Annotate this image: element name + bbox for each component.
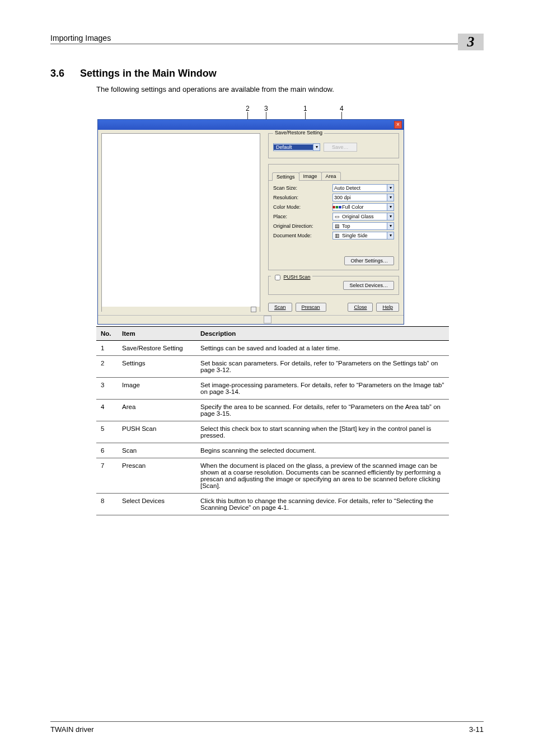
cell-no: 8 xyxy=(96,494,118,515)
page-icon: ▥ xyxy=(333,233,341,238)
doc-mode-label: Document Mode: xyxy=(273,233,332,238)
cell-item: Image xyxy=(118,378,196,400)
cell-item: Prescan xyxy=(118,458,196,494)
cell-item: PUSH Scan xyxy=(118,421,196,443)
place-combo[interactable]: ▭Original Glass▾ xyxy=(332,213,394,220)
chevron-down-icon: ▾ xyxy=(387,194,394,201)
chevron-down-icon: ▾ xyxy=(387,204,394,210)
place-label: Place: xyxy=(273,214,332,219)
settings-group: Settings Image Area Scan Size: Auto Dete… xyxy=(268,164,399,270)
cell-no: 5 xyxy=(96,421,118,443)
cell-item: Settings xyxy=(118,356,196,378)
preset-combo[interactable]: Default ▾ xyxy=(273,143,320,151)
save-restore-group: Save/Restore Setting Default ▾ Save… xyxy=(268,133,399,158)
cell-no: 2 xyxy=(96,356,118,378)
table-row: 1Save/Restore SettingSettings can be sav… xyxy=(96,341,449,356)
screenshot: 2 3 1 4 5 6 7 8 × Save/Restore Setting xyxy=(96,105,405,300)
orientation-icon: ▤ xyxy=(333,223,341,229)
chevron-down-icon: ▾ xyxy=(313,144,320,151)
col-item: Item xyxy=(118,327,196,341)
cell-item: Save/Restore Setting xyxy=(118,341,196,356)
doc-mode-combo[interactable]: ▥Single Side▾ xyxy=(332,232,394,240)
callout-1: 1 xyxy=(303,105,307,112)
table-row: 6ScanBegins scanning the selected docume… xyxy=(96,443,449,458)
cell-item: Area xyxy=(118,400,196,421)
tab-image[interactable]: Image xyxy=(299,172,322,180)
statusbar-icon xyxy=(251,307,256,312)
cell-no: 7 xyxy=(96,458,118,494)
statusbar-icon xyxy=(264,316,271,323)
col-no: No. xyxy=(96,327,118,341)
cell-desc: Click this button to change the scanning… xyxy=(196,494,449,515)
table-row: 7PrescanWhen the document is placed on t… xyxy=(96,458,449,494)
color-mode-label: Color Mode: xyxy=(273,204,332,210)
cell-desc: Select this check box to start scanning … xyxy=(196,421,449,443)
chevron-down-icon: ▾ xyxy=(387,232,394,239)
section-number: 3.6 xyxy=(50,68,64,79)
col-desc: Description xyxy=(196,327,449,341)
table-row: 5PUSH ScanSelect this check box to start… xyxy=(96,421,449,443)
scan-size-combo[interactable]: Auto Detect▾ xyxy=(332,184,394,192)
cell-desc: Specify the area to be scanned. For deta… xyxy=(196,400,449,421)
tab-settings[interactable]: Settings xyxy=(272,172,299,181)
cell-item: Select Devices xyxy=(118,494,196,515)
resolution-label: Resolution: xyxy=(273,195,332,200)
chevron-down-icon: ▾ xyxy=(387,213,394,220)
cell-desc: When the document is placed on the glass… xyxy=(196,458,449,494)
cell-item: Scan xyxy=(118,443,196,458)
intro-text: The following settings and operations ar… xyxy=(96,85,484,93)
push-scan-label: PUSH Scan xyxy=(284,274,311,280)
cell-desc: Begins scanning the selected document. xyxy=(196,443,449,458)
resolution-combo[interactable]: 300 dpi▾ xyxy=(332,194,394,201)
help-button[interactable]: Help xyxy=(376,303,399,312)
palette-icon: ■■■ xyxy=(333,204,341,210)
description-table: No. Item Description 1Save/Restore Setti… xyxy=(96,326,449,515)
cell-no: 4 xyxy=(96,400,118,421)
cell-no: 1 xyxy=(96,341,118,356)
other-settings-button[interactable]: Other Settings… xyxy=(344,256,394,265)
close-icon[interactable]: × xyxy=(394,121,402,129)
cell-desc: Set image-processing parameters. For det… xyxy=(196,378,449,400)
close-button[interactable]: Close xyxy=(348,303,373,312)
table-row: 2SettingsSet basic scan parameters. For … xyxy=(96,356,449,378)
scan-size-label: Scan Size: xyxy=(273,185,332,191)
scanner-window: × Save/Restore Setting Default ▾ Sa xyxy=(97,119,404,325)
preview-area[interactable] xyxy=(101,133,260,312)
orig-direction-combo[interactable]: ▤Top▾ xyxy=(332,222,394,230)
save-restore-label: Save/Restore Setting xyxy=(273,130,324,135)
chevron-down-icon: ▾ xyxy=(387,223,394,229)
callout-4: 4 xyxy=(340,105,344,112)
titlebar[interactable]: × xyxy=(98,120,404,130)
cell-no: 6 xyxy=(96,443,118,458)
orig-direction-label: Original Direction: xyxy=(273,223,332,229)
cell-no: 3 xyxy=(96,378,118,400)
prescan-button[interactable]: Prescan xyxy=(296,303,326,312)
table-row: 3ImageSet image-processing parameters. F… xyxy=(96,378,449,400)
chapter-badge: 3 xyxy=(458,34,484,50)
cell-desc: Set basic scan parameters. For details, … xyxy=(196,356,449,378)
table-row: 4AreaSpecify the area to be scanned. For… xyxy=(96,400,449,421)
footer-right: 3-11 xyxy=(469,725,484,734)
page-header: Importing Images xyxy=(50,34,111,43)
cell-desc: Settings can be saved and loaded at a la… xyxy=(196,341,449,356)
select-devices-button[interactable]: Select Devices… xyxy=(343,281,394,290)
callout-2: 2 xyxy=(246,105,250,112)
chevron-down-icon: ▾ xyxy=(387,185,394,191)
scan-button[interactable]: Scan xyxy=(268,303,292,312)
tab-area[interactable]: Area xyxy=(321,172,341,180)
callout-3: 3 xyxy=(264,105,268,112)
push-scan-group: PUSH Scan Select Devices… xyxy=(268,276,399,295)
glass-icon: ▭ xyxy=(333,214,341,219)
color-mode-combo[interactable]: ■■■ Full Color▾ xyxy=(332,203,394,211)
save-button[interactable]: Save… xyxy=(324,143,357,152)
push-scan-checkbox[interactable] xyxy=(275,275,280,280)
table-row: 8Select DevicesClick this button to chan… xyxy=(96,494,449,515)
footer-left: TWAIN driver xyxy=(50,725,94,734)
section-title: Settings in the Main Window xyxy=(80,68,217,79)
